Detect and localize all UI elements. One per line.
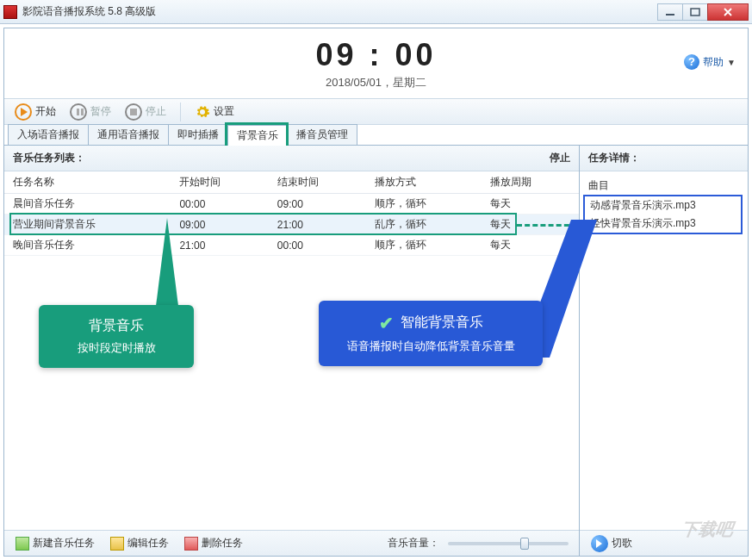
delete-task-button[interactable]: 删除任务	[178, 533, 249, 553]
play-status: 停止	[550, 151, 570, 165]
callout-blue-sub: 语音播报时自动降低背景音乐音量	[336, 339, 525, 354]
main-toolbar: 开始 暂停 停止 设置	[4, 99, 748, 125]
next-icon	[591, 535, 608, 552]
callout-green-sub: 按时段定时播放	[56, 340, 177, 356]
new-task-button[interactable]: 新建音乐任务	[9, 533, 101, 553]
chevron-down-icon: ▼	[727, 58, 736, 67]
left-bottom-toolbar: 新建音乐任务 编辑任务 删除任务 音乐音量：	[4, 530, 579, 556]
settings-label: 设置	[214, 104, 234, 119]
detail-column: 曲目	[580, 175, 748, 196]
table-header-cell[interactable]: 播放方式	[366, 171, 481, 194]
right-bottom-toolbar: 切歌	[580, 530, 748, 556]
tab-4[interactable]: 播音员管理	[287, 124, 357, 145]
help-button[interactable]: ? 帮助 ▼	[684, 54, 736, 70]
list-item[interactable]: 动感背景音乐演示.mp3	[580, 196, 748, 215]
edit-task-button[interactable]: 编辑任务	[104, 533, 175, 553]
table-header-cell[interactable]: 开始时间	[171, 171, 268, 194]
pause-label: 暂停	[90, 104, 111, 119]
add-icon	[16, 537, 29, 551]
right-pane-header: 任务详情：	[580, 146, 748, 171]
clock-time: 09 : 00	[315, 37, 436, 73]
content-area: 音乐任务列表： 停止 任务名称开始时间结束时间播放方式播放周期 晨间音乐任务00…	[4, 146, 748, 556]
detail-label: 任务详情：	[588, 151, 640, 165]
table-header-cell[interactable]: 任务名称	[4, 171, 171, 194]
table-row[interactable]: 营业期间背景音乐09:0021:00乱序，循环每天	[4, 215, 579, 235]
table-row[interactable]: 晨间音乐任务00:0009:00顺序，循环每天	[4, 194, 579, 215]
delete-icon	[184, 537, 198, 551]
table-header-cell[interactable]: 结束时间	[269, 171, 366, 194]
volume-label: 音乐音量：	[388, 536, 439, 551]
help-label: 帮助	[703, 55, 724, 70]
gear-icon	[195, 104, 210, 120]
settings-button[interactable]: 设置	[190, 103, 239, 121]
pause-button[interactable]: 暂停	[65, 102, 116, 122]
skip-button[interactable]: 切歌	[585, 532, 638, 555]
callout-green-arrow	[155, 218, 179, 313]
edit-icon	[110, 537, 124, 551]
check-icon: ✔	[379, 314, 394, 333]
window-title: 影院语音播报系统 5.8 高级版	[22, 4, 658, 19]
tab-1[interactable]: 通用语音播报	[88, 124, 169, 145]
stop-icon	[125, 103, 142, 121]
clock-area: 09 : 00 2018/05/01，星期二 ? 帮助 ▼	[4, 28, 748, 99]
tab-2[interactable]: 即时插播	[168, 124, 228, 145]
maximize-button[interactable]	[682, 3, 708, 21]
main-frame: 09 : 00 2018/05/01，星期二 ? 帮助 ▼ 开始 暂停 停止 设…	[3, 28, 749, 557]
volume-slider[interactable]	[448, 542, 569, 545]
app-icon	[3, 5, 17, 19]
window-controls	[658, 3, 749, 21]
callout-blue: ✔智能背景音乐 语音播报时自动降低背景音乐音量	[319, 301, 543, 366]
detail-body: 曲目 动感背景音乐演示.mp3轻快背景音乐演示.mp3	[580, 171, 748, 530]
stop-label: 停止	[146, 104, 166, 119]
clock-date: 2018/05/01，星期二	[315, 75, 436, 90]
close-button[interactable]	[707, 3, 749, 21]
table-row[interactable]: 晚间音乐任务21:0000:00顺序，循环每天	[4, 235, 579, 256]
tab-3[interactable]: 背景音乐	[227, 125, 288, 146]
window-titlebar: 影院语音播报系统 5.8 高级版	[0, 0, 752, 24]
tabs-row: 入场语音播报通用语音播报即时插播背景音乐播音员管理	[4, 125, 748, 146]
svg-rect-1	[691, 9, 699, 16]
callout-green: 背景音乐 按时段定时播放	[39, 305, 194, 368]
tab-0[interactable]: 入场语音播报	[8, 124, 89, 145]
toolbar-separator	[180, 103, 181, 121]
right-pane: 任务详情： 曲目 动感背景音乐演示.mp3轻快背景音乐演示.mp3 切歌	[580, 146, 748, 556]
callout-green-title: 背景音乐	[56, 317, 177, 335]
minimize-button[interactable]	[657, 3, 683, 21]
svg-rect-0	[666, 14, 674, 16]
task-table[interactable]: 任务名称开始时间结束时间播放方式播放周期 晨间音乐任务00:0009:00顺序，…	[4, 171, 579, 256]
left-pane: 音乐任务列表： 停止 任务名称开始时间结束时间播放方式播放周期 晨间音乐任务00…	[4, 146, 580, 556]
table-header-cell[interactable]: 播放周期	[482, 171, 579, 194]
play-icon	[15, 103, 32, 121]
start-label: 开始	[35, 104, 56, 119]
stop-button[interactable]: 停止	[120, 102, 171, 122]
volume-thumb[interactable]	[520, 538, 529, 550]
left-pane-header: 音乐任务列表： 停止	[4, 146, 579, 171]
task-list-label: 音乐任务列表：	[13, 151, 85, 165]
help-icon: ?	[684, 54, 699, 70]
callout-blue-title: 智能背景音乐	[401, 314, 483, 329]
start-button[interactable]: 开始	[9, 102, 61, 122]
pause-icon	[70, 103, 87, 121]
